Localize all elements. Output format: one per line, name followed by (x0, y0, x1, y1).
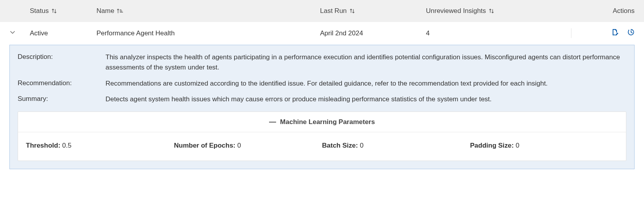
ml-panel-header[interactable]: — Machine Learning Parameters (18, 112, 626, 132)
cell-name: Performance Agent Health (96, 29, 320, 37)
table-header-row: Status Name Last Run (0, 0, 644, 22)
edit-document-icon (611, 28, 619, 38)
ml-panel-title: Machine Learning Parameters (280, 118, 375, 126)
history-button[interactable] (627, 28, 635, 38)
ml-param-batch: Batch Size: 0 (322, 142, 470, 150)
ml-panel-body: Threshold: 0.5 Number of Epochs: 0 Batch… (18, 132, 626, 161)
history-icon (627, 28, 635, 38)
column-header-insights-label: Unreviewed Insights (426, 7, 486, 15)
cell-insights: 4 (426, 29, 571, 37)
ml-padding-label: Padding Size: (470, 142, 514, 149)
detail-recommendation-value: Recommendations are customized according… (106, 79, 626, 89)
detail-description-row: Description: This analyzer inspects the … (18, 52, 626, 73)
cell-last-run: April 2nd 2024 (320, 29, 426, 37)
column-header-name[interactable]: Name (96, 7, 320, 15)
column-header-name-label: Name (96, 7, 114, 15)
actions-cell (571, 28, 635, 38)
analyzers-table: Status Name Last Run (0, 0, 644, 169)
chevron-down-icon (9, 29, 16, 37)
sort-updown-icon (488, 8, 495, 14)
ml-padding-value: 0 (516, 142, 519, 149)
detail-description-label: Description: (18, 52, 106, 61)
column-header-actions: Actions (571, 7, 635, 15)
sort-asc-icon (116, 8, 124, 14)
ml-param-epochs: Number of Epochs: 0 (174, 142, 322, 150)
ml-epochs-value: 0 (237, 142, 241, 149)
sort-updown-icon (51, 8, 57, 14)
ml-epochs-label: Number of Epochs: (174, 142, 236, 149)
column-header-status-label: Status (30, 7, 49, 15)
detail-description-value: This analyzer inspects the health of age… (106, 52, 626, 73)
ml-batch-value: 0 (360, 142, 363, 149)
column-header-last-run[interactable]: Last Run (320, 7, 426, 15)
ml-batch-label: Batch Size: (322, 142, 358, 149)
detail-summary-row: Summary: Detects agent system health iss… (18, 94, 626, 104)
cell-status: Active (30, 29, 96, 37)
ml-threshold-value: 0.5 (62, 142, 72, 149)
row-detail-panel: Description: This analyzer inspects the … (9, 45, 635, 169)
ml-param-threshold: Threshold: 0.5 (26, 142, 174, 150)
collapse-icon: — (269, 118, 276, 126)
table-row: Active Performance Agent Health April 2n… (0, 22, 644, 45)
column-header-actions-label: Actions (613, 7, 635, 15)
expand-row-button[interactable] (9, 29, 16, 37)
ml-parameters-panel: — Machine Learning Parameters Threshold:… (18, 111, 626, 161)
detail-recommendation-label: Recommendation: (18, 79, 106, 87)
column-header-last-run-label: Last Run (320, 7, 347, 15)
column-header-status[interactable]: Status (30, 7, 96, 15)
detail-summary-label: Summary: (18, 94, 106, 103)
detail-recommendation-row: Recommendation: Recommendations are cust… (18, 79, 626, 89)
column-header-insights[interactable]: Unreviewed Insights (426, 7, 571, 15)
detail-summary-value: Detects agent system health issues which… (106, 94, 626, 104)
edit-button[interactable] (611, 28, 619, 38)
sort-updown-icon (349, 8, 355, 14)
ml-threshold-label: Threshold: (26, 142, 60, 149)
ml-param-padding: Padding Size: 0 (470, 142, 619, 150)
